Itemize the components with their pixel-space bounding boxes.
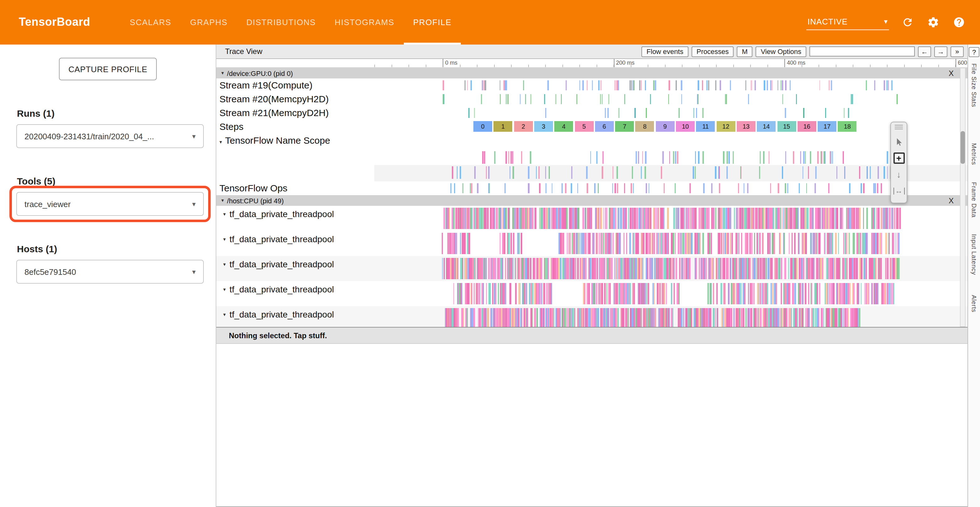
- cpu-section-header[interactable]: ▾ /host:CPU (pid 49) X: [216, 195, 967, 206]
- step-block-18[interactable]: 18: [838, 121, 857, 132]
- trace-events-canvas[interactable]: [374, 78, 967, 92]
- step-block-15[interactable]: 15: [777, 121, 796, 132]
- runs-dropdown[interactable]: 20200409-231431/train/2020_04_... ▾: [16, 124, 204, 148]
- trace-events-canvas[interactable]: [374, 206, 967, 231]
- steps-row: Steps 0123456789101112131415161718: [216, 120, 967, 134]
- step-block-7[interactable]: 7: [615, 121, 634, 132]
- name-scope-label[interactable]: ▾TensorFlow Name Scope: [216, 134, 374, 181]
- collapse-arrow-icon: ▾: [223, 212, 226, 217]
- step-block-0[interactable]: 0: [473, 121, 492, 132]
- step-block-8[interactable]: 8: [635, 121, 654, 132]
- drag-handle-icon[interactable]: [895, 125, 903, 130]
- trace-events-canvas[interactable]: [374, 281, 967, 306]
- steps-track: 0123456789101112131415161718: [374, 120, 967, 134]
- tab-profile[interactable]: PROFILE: [404, 0, 461, 45]
- cpu-row-label[interactable]: ▾tf_data_private_threadpool: [216, 206, 374, 231]
- trace-events-canvas[interactable]: [374, 231, 967, 256]
- processes-button[interactable]: Processes: [692, 46, 734, 57]
- hosts-dropdown[interactable]: 8efc5e791540 ▾: [16, 260, 204, 284]
- tab-graphs[interactable]: GRAPHS: [181, 0, 237, 45]
- side-tab-frame-data[interactable]: Frame Data: [970, 182, 977, 218]
- trace-events-canvas[interactable]: [374, 134, 967, 181]
- trace-events-canvas[interactable]: [374, 106, 967, 120]
- capture-profile-button[interactable]: CAPTURE PROFILE: [59, 58, 157, 80]
- tab-distributions[interactable]: DISTRIBUTIONS: [237, 0, 325, 45]
- refresh-button[interactable]: [900, 15, 915, 30]
- select-tool-button[interactable]: [891, 134, 907, 150]
- cpu-row-label[interactable]: ▾tf_data_private_threadpool: [216, 256, 374, 281]
- step-block-13[interactable]: 13: [737, 121, 756, 132]
- step-block-12[interactable]: 12: [716, 121, 735, 132]
- status-dropdown[interactable]: INACTIVE ▾: [806, 14, 889, 30]
- side-tab-alerts[interactable]: Alerts: [970, 295, 977, 312]
- trace-events-canvas[interactable]: [374, 181, 967, 195]
- step-block-4[interactable]: 4: [554, 121, 573, 132]
- trace-events-canvas[interactable]: [374, 92, 967, 106]
- gpu-section-title: /device:GPU:0 (pid 0): [227, 69, 293, 77]
- step-block-11[interactable]: 11: [696, 121, 715, 132]
- stream20-track[interactable]: [374, 92, 967, 106]
- step-block-10[interactable]: 10: [676, 121, 695, 132]
- view-options-button[interactable]: View Options: [756, 46, 806, 57]
- trace-help-button[interactable]: ?: [969, 47, 979, 57]
- metadata-button[interactable]: M: [737, 46, 752, 57]
- cpu-row-label[interactable]: ▾tf_data_private_threadpool: [216, 231, 374, 256]
- side-tab-metrics[interactable]: Metrics: [970, 143, 977, 165]
- step-block-17[interactable]: 17: [818, 121, 837, 132]
- timing-tool-button[interactable]: ↔: [891, 183, 907, 199]
- cpu-thread-row: ▾tf_data_private_threadpool: [216, 306, 967, 327]
- cpu-row-track[interactable]: [374, 206, 967, 231]
- hosts-value: 8efc5e791540: [24, 267, 187, 276]
- trace-tool-palette: + ↓ ↔: [890, 122, 907, 203]
- step-block-5[interactable]: 5: [574, 121, 593, 132]
- pan-tool-button[interactable]: ↓: [891, 166, 907, 183]
- chevron-down-icon: ▾: [192, 268, 196, 276]
- step-block-9[interactable]: 9: [655, 121, 675, 132]
- name-scope-track[interactable]: [374, 134, 967, 181]
- trace-events-canvas[interactable]: [374, 256, 967, 281]
- step-block-2[interactable]: 2: [514, 121, 533, 132]
- vertical-scrollbar[interactable]: [960, 68, 966, 327]
- tensorflow-ops-row: TensorFlow Ops: [216, 181, 967, 195]
- scrollbar-thumb[interactable]: [961, 131, 965, 164]
- side-tab-input-latency[interactable]: Input Latency: [970, 234, 977, 275]
- trace-timeline: ▾ /device:GPU:0 (pid 0) X Stream #19(Com…: [216, 68, 967, 327]
- cpu-row-track[interactable]: [374, 256, 967, 281]
- find-next-button[interactable]: →: [934, 46, 947, 57]
- side-tab-file-size-stats[interactable]: File Size Stats: [970, 63, 977, 107]
- zoom-tool-button[interactable]: +: [891, 150, 907, 166]
- step-block-1[interactable]: 1: [494, 121, 512, 132]
- trace-view-title: Trace View: [225, 47, 262, 56]
- tools-dropdown[interactable]: trace_viewer ▾: [16, 192, 204, 216]
- cpu-row-track[interactable]: [374, 231, 967, 256]
- tensorflow-ops-track[interactable]: [374, 181, 967, 195]
- cpu-row-track[interactable]: [374, 281, 967, 306]
- settings-button[interactable]: [926, 15, 940, 30]
- tab-scalars[interactable]: SCALARS: [120, 0, 181, 45]
- gpu-section-close-button[interactable]: X: [949, 69, 954, 78]
- gpu-section-header[interactable]: ▾ /device:GPU:0 (pid 0) X: [216, 68, 967, 78]
- step-block-6[interactable]: 6: [595, 121, 614, 132]
- step-block-16[interactable]: 16: [797, 121, 816, 132]
- trace-events-canvas[interactable]: [374, 306, 967, 327]
- find-previous-button[interactable]: ←: [918, 46, 931, 57]
- zoom-plus-icon: +: [893, 153, 904, 164]
- tools-value: trace_viewer: [24, 199, 187, 209]
- cpu-section-close-button[interactable]: X: [949, 196, 954, 205]
- step-block-14[interactable]: 14: [757, 121, 776, 132]
- collapse-arrow-icon: ▾: [223, 312, 226, 317]
- cpu-row-label[interactable]: ▾tf_data_private_threadpool: [216, 306, 374, 327]
- find-all-button[interactable]: »: [951, 46, 964, 57]
- trace-search-input[interactable]: [810, 46, 915, 56]
- step-block-3[interactable]: 3: [534, 121, 553, 132]
- runs-value: 20200409-231431/train/2020_04_...: [24, 131, 187, 141]
- flow-events-button[interactable]: Flow events: [641, 46, 688, 57]
- app-title: TensorBoard: [19, 0, 90, 45]
- stream19-track[interactable]: [374, 78, 967, 92]
- ruler-tick-label: 0 ms: [443, 59, 457, 67]
- stream21-track[interactable]: [374, 106, 967, 120]
- tab-histograms[interactable]: HISTOGRAMS: [325, 0, 404, 45]
- cpu-row-label[interactable]: ▾tf_data_private_threadpool: [216, 281, 374, 306]
- cpu-row-track[interactable]: [374, 306, 967, 327]
- help-button[interactable]: [951, 15, 966, 30]
